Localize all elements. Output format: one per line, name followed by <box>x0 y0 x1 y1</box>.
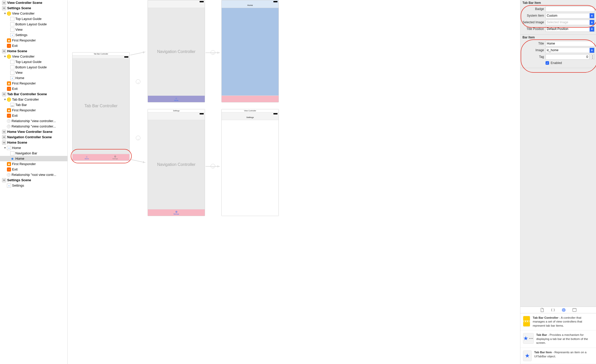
outline-item[interactable]: ‹Settings <box>0 183 67 188</box>
item-label: Home <box>15 157 24 160</box>
disclosure-triangle-icon[interactable]: ▼ <box>4 146 6 149</box>
chevron-updown-icon <box>590 20 594 25</box>
disclosure-triangle-icon[interactable]: ▼ <box>4 12 6 15</box>
scene-header[interactable]: Home Scene <box>0 48 67 54</box>
item-label: View <box>15 28 23 31</box>
tag-input[interactable] <box>546 54 589 60</box>
home-view-controller-screen[interactable]: Home <box>221 0 279 102</box>
layout-icon <box>10 71 14 75</box>
outline-item[interactable]: Relationship "root view contr... <box>0 172 67 177</box>
stepper-down-icon[interactable]: ▾ <box>591 57 594 59</box>
scene-icon <box>2 49 6 53</box>
outline-item[interactable]: View <box>0 70 67 75</box>
outline-item[interactable]: Top Layout Guide <box>0 59 67 65</box>
title-position-select[interactable]: Default Position <box>546 26 594 32</box>
item-label: Bottom Layout Guide <box>15 65 47 69</box>
scene-title: Home Scene <box>7 49 27 53</box>
nav-controller-settings-screen[interactable]: Settings Navigation Controller ⚙ Setting… <box>148 109 205 216</box>
outline-item[interactable]: Navigation Bar <box>0 151 67 156</box>
settings-view-controller-screen[interactable]: View Controller Settings <box>221 109 279 216</box>
library-item[interactable]: ★•••Tab Bar - Provides a mechanism for d… <box>520 330 596 348</box>
status-bar <box>222 0 279 3</box>
scene-header[interactable]: View Controller Scene <box>0 0 67 5</box>
layout-icon <box>10 60 14 64</box>
outline-item[interactable]: Top Layout Guide <box>0 16 67 22</box>
scene-icon <box>2 1 6 5</box>
scene-header[interactable]: Home View Controller Scene <box>0 129 67 134</box>
outline-item[interactable]: Tab Bar <box>0 102 67 108</box>
library-item[interactable]: ★Tab Bar Item - Represents an item on a … <box>520 348 596 364</box>
outline-item[interactable]: ▼View Controller <box>0 11 67 16</box>
nav-controller-home-screen[interactable]: Navigation Controller ⌂ Home <box>148 0 205 102</box>
tab-label: Settings <box>112 158 118 159</box>
outline-item[interactable]: Exit <box>0 167 67 172</box>
item-label: View <box>15 71 23 74</box>
outline-item[interactable]: Bottom Layout Guide <box>0 65 67 70</box>
media-library-tab-icon[interactable] <box>572 308 577 312</box>
outline-item[interactable]: ‹Home <box>0 75 67 81</box>
outline-item[interactable]: First Responder <box>0 108 67 113</box>
selected-image-select[interactable]: Selected Image <box>546 20 594 25</box>
tabbar-controller-screen[interactable]: Tab Bar Controller Tab Bar Controller ⌂ … <box>72 52 130 161</box>
segue-connector[interactable]: ⎯ <box>136 136 140 140</box>
attributes-inspector[interactable]: Tab Bar Item Badge System Item Custom Se… <box>520 0 596 364</box>
document-outline[interactable]: View Controller SceneSettings Scene▼View… <box>0 0 68 364</box>
code-snippet-tab-icon[interactable] <box>551 308 555 312</box>
enabled-checkbox[interactable]: ✓ Enabled <box>522 60 594 66</box>
tab-label: Home <box>85 158 89 159</box>
file-template-tab-icon[interactable] <box>540 308 544 312</box>
outline-item[interactable]: Relationship "view controller... <box>0 124 67 129</box>
home-icon: ⌂ <box>176 97 177 100</box>
disclosure-triangle-icon[interactable]: ▼ <box>4 55 6 58</box>
scene-title: Tab Bar Controller Scene <box>7 92 47 96</box>
vc-icon <box>7 12 11 16</box>
screen-body: Tab Bar Controller <box>73 58 129 154</box>
library-tabs[interactable] <box>520 307 596 313</box>
item-label: Relationship "view controller... <box>12 119 56 123</box>
screen-body: Navigation Controller <box>148 8 205 95</box>
object-library-list[interactable]: Tab Bar Controller - A controller that m… <box>520 313 596 364</box>
image-select[interactable]: ic_home <box>546 48 594 53</box>
library-item[interactable]: Tab Bar Controller - A controller that m… <box>520 313 596 331</box>
first-icon <box>7 81 11 85</box>
outline-item[interactable]: ‹Settings <box>0 32 67 38</box>
outline-item[interactable]: First Responder <box>0 161 67 167</box>
tab-settings: ⚙ Settings <box>148 209 205 216</box>
disclosure-triangle-icon[interactable]: ▼ <box>4 98 6 101</box>
title-input[interactable] <box>546 41 594 46</box>
outline-item[interactable]: Exit <box>0 43 67 48</box>
outline-item[interactable]: First Responder <box>0 81 67 86</box>
scene-header[interactable]: Home Scene <box>0 140 67 145</box>
object-library-tab-icon[interactable] <box>561 308 566 312</box>
exit-icon <box>7 167 11 172</box>
tag-stepper[interactable]: ▴▾ <box>591 54 594 59</box>
storyboard-canvas[interactable]: Tab Bar Controller Tab Bar Controller ⌂ … <box>68 0 520 364</box>
outline-item[interactable]: ▼Tab Bar Controller <box>0 97 67 102</box>
outline-item[interactable]: Exit <box>0 86 67 91</box>
item-label: Relationship "view controller... <box>12 124 56 128</box>
item-label: View Controller <box>12 55 35 58</box>
scene-header[interactable]: Tab Bar Controller Scene <box>0 91 67 97</box>
outline-item[interactable]: Exit <box>0 113 67 118</box>
stepper-up-icon[interactable]: ▴ <box>591 55 594 57</box>
system-item-select[interactable]: Custom <box>546 13 594 18</box>
scene-header[interactable]: Settings Scene <box>0 5 67 11</box>
scene-header[interactable]: Settings Scene <box>0 177 67 183</box>
outline-item[interactable]: Bottom Layout Guide <box>0 22 67 27</box>
outline-item[interactable]: ▼View Controller <box>0 54 67 59</box>
library-item-text: Tab Bar - Provides a mechanism for displ… <box>536 333 593 345</box>
segue-connector[interactable]: ⎯ <box>136 79 140 84</box>
tab-home[interactable]: ⌂ Home <box>73 154 101 160</box>
outline-item[interactable]: First Responder <box>0 38 67 43</box>
tabbar-icon <box>10 103 14 107</box>
outline-item[interactable]: ▼‹Home <box>0 145 67 151</box>
screen-body: Navigation Controller <box>148 120 205 209</box>
badge-input[interactable] <box>546 6 594 12</box>
item-label: View Controller <box>12 12 35 15</box>
outline-item[interactable]: View <box>0 27 67 32</box>
outline-item[interactable]: ★Home <box>0 156 67 161</box>
tab-settings[interactable]: ⚙ Settings <box>101 154 129 160</box>
scene-header[interactable]: Navigation Controller Scene <box>0 134 67 140</box>
tab-bar[interactable]: ⌂ Home ⚙ Settings <box>73 154 129 160</box>
outline-item[interactable]: Relationship "view controller... <box>0 118 67 124</box>
